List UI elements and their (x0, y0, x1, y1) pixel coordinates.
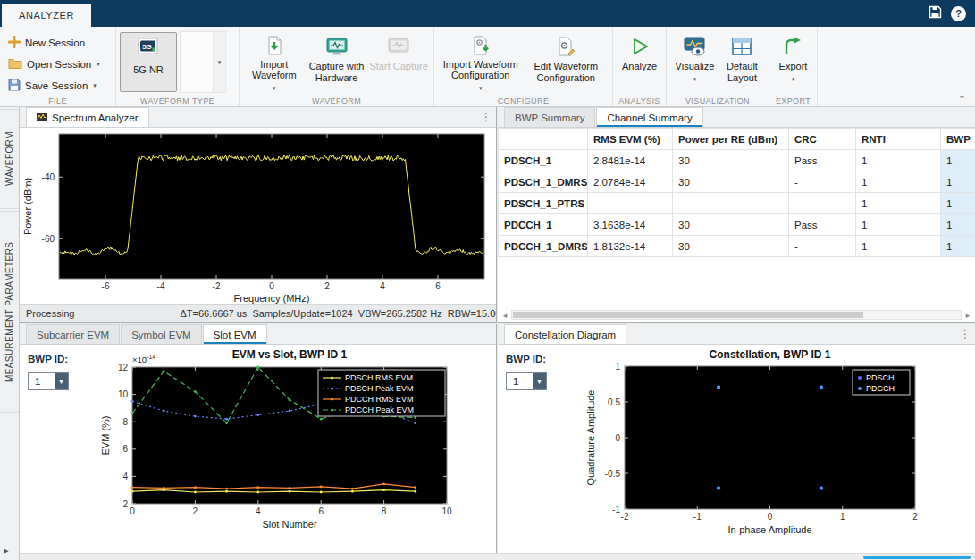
evm-chart[interactable]: BWP ID: 1 ▼ 024681024681012EVM vs Slot, … (20, 345, 496, 553)
summary-value-cell[interactable]: 1 (941, 193, 975, 214)
collapsed-panel-measurement-parameters[interactable]: MEASUREMENT PARAMETERS (0, 211, 19, 413)
summary-value-cell[interactable]: - (789, 171, 856, 193)
summary-value-cell[interactable]: 1 (856, 236, 941, 257)
constellation-chart[interactable]: BWP ID: 1 ▼ -2-1012-1-0.500.51Constellat… (498, 345, 975, 553)
app-horizontal-scrollbar[interactable] (20, 553, 975, 560)
constellation-y-tick-label: 0 (615, 433, 620, 443)
waveform-type-5g-nr-button[interactable]: 5G 5G NR (120, 32, 177, 92)
summary-value-cell[interactable]: 1 (856, 193, 941, 214)
left-dock-rail: WAVEFORM MEASUREMENT PARAMETERS ▸ (0, 107, 20, 560)
open-session-label: Open Session (27, 59, 91, 70)
summary-value-cell[interactable]: - (789, 236, 856, 257)
chevron-down-icon: ▾ (693, 74, 697, 86)
constellation-legend-label: PDCCH (866, 384, 895, 393)
capture-with-hardware-button[interactable]: Capture with Hardware (306, 31, 368, 94)
analyze-button[interactable]: Analyze (617, 31, 662, 94)
summary-value-cell[interactable]: - (673, 193, 789, 214)
restore-panel-icon[interactable]: ▸ (4, 545, 9, 556)
spectrum-plot-area[interactable] (59, 134, 484, 279)
section-label-visualization: VISUALIZATION (667, 96, 769, 105)
panel-menu-icon[interactable]: ⋮ (960, 328, 971, 340)
scrollbar-thumb[interactable] (863, 556, 971, 559)
collapsed-panel-waveform[interactable]: WAVEFORM (0, 109, 19, 209)
summary-value-cell[interactable]: 2.0784e-14 (588, 171, 673, 193)
edit-configuration-icon (555, 33, 576, 60)
help-icon[interactable]: ? (951, 6, 966, 21)
summary-value-cell[interactable]: 3.1638e-14 (588, 214, 673, 236)
table-row[interactable]: PDSCH_12.8481e-1430Pass11 (499, 150, 975, 171)
plus-icon (8, 36, 21, 50)
folder-open-icon (8, 57, 22, 71)
channel-name-cell[interactable]: PDSCH_1 (499, 150, 588, 171)
section-label-waveform-type: WAVEFORM TYPE (116, 96, 239, 105)
tab-label: Constellation Diagram (515, 330, 616, 340)
waveform-analyzer-app: ANALYZER ? New Session Open Session ▾ (0, 0, 975, 560)
channel-name-cell[interactable]: PDCCH_1 (499, 214, 588, 236)
save-session-button[interactable]: Save Session ▾ (8, 78, 100, 93)
tab-spectrum-analyzer[interactable]: Spectrum Analyzer (26, 107, 149, 127)
summary-value-cell[interactable]: 1 (856, 214, 941, 236)
evm-x-tick-label: 4 (256, 506, 261, 516)
summary-value-cell[interactable]: - (588, 193, 673, 214)
evm-tab-slot-evm[interactable]: Slot EVM (203, 324, 267, 344)
import-waveform-button[interactable]: Import Waveform ▾ (243, 31, 306, 94)
summary-value-cell[interactable]: 1 (941, 171, 975, 193)
table-row[interactable]: PDCCH_13.1638e-1430Pass11 (499, 214, 975, 236)
scroll-left-icon[interactable]: ◂ (500, 311, 509, 320)
section-label-file: FILE (0, 96, 115, 105)
summary-value-cell[interactable]: 30 (673, 236, 789, 257)
table-row[interactable]: PDSCH_1_PTRS---11 (499, 193, 975, 214)
table-horizontal-scrollbar[interactable]: ◂ ▸ (500, 309, 972, 321)
spectrum-chart[interactable]: -6-4-20246-40-60Frequency (MHz)Power (dB… (20, 128, 496, 304)
start-capture-icon (387, 33, 410, 60)
summary-value-cell[interactable]: 1 (856, 171, 941, 193)
evm-bwp-dropdown[interactable]: 1 ▼ (28, 372, 69, 390)
summary-value-cell[interactable]: 1 (941, 150, 975, 171)
export-button[interactable]: Export ▾ (773, 31, 813, 94)
summary-value-cell[interactable]: 30 (673, 214, 789, 236)
constellation-bwp-dropdown[interactable]: 1 ▼ (506, 372, 547, 390)
measurement-parameters-rail-label: MEASUREMENT PARAMETERS (4, 241, 14, 381)
open-session-button[interactable]: Open Session ▾ (8, 56, 100, 71)
scroll-right-icon[interactable]: ▸ (963, 311, 972, 320)
summary-value-cell[interactable]: 1 (856, 150, 941, 171)
tab-constellation-diagram[interactable]: Constellation Diagram (504, 324, 626, 344)
panel-menu-icon[interactable]: ⋮ (481, 111, 492, 123)
visualize-button[interactable]: Visualize ▾ (670, 31, 719, 94)
summary-column-header: RMS EVM (%) (588, 129, 673, 150)
summary-value-cell[interactable]: 30 (673, 171, 789, 193)
scrollbar-thumb[interactable] (513, 312, 863, 318)
channel-name-cell[interactable]: PDCCH_1_DMRS (499, 236, 588, 257)
edit-waveform-configuration-button[interactable]: Edit Waveform Configuration (524, 31, 609, 94)
summary-value-cell[interactable]: 1 (941, 214, 975, 236)
summary-value-cell[interactable]: 30 (673, 150, 789, 171)
summary-value-cell[interactable]: 1.8132e-14 (588, 236, 673, 257)
scrollbar-track[interactable] (511, 310, 962, 320)
constellation-x-tick-label: -2 (621, 512, 629, 522)
export-label: Export (779, 61, 808, 72)
default-layout-button[interactable]: Default Layout (719, 31, 765, 94)
tab-analyzer[interactable]: ANALYZER (2, 4, 91, 27)
waveform-type-gallery-dropdown[interactable]: ▾ (214, 31, 226, 93)
analyze-label: Analyze (622, 61, 657, 72)
summary-tab-channel-summary[interactable]: Channel Summary (596, 107, 702, 127)
evm-y-tick-label: 4 (122, 472, 128, 481)
channel-name-cell[interactable]: PDSCH_1_DMRS (499, 171, 588, 193)
new-session-button[interactable]: New Session (8, 35, 100, 50)
collapse-ribbon-icon[interactable]: ⌃ (958, 95, 966, 104)
table-row[interactable]: PDCCH_1_DMRS1.8132e-1430-11 (499, 236, 975, 257)
summary-value-cell[interactable]: 2.8481e-14 (588, 150, 673, 171)
summary-value-cell[interactable]: Pass (789, 214, 856, 236)
evm-tab-symbol-evm[interactable]: Symbol EVM (121, 324, 201, 344)
summary-tab-bwp-summary[interactable]: BWP Summary (504, 107, 595, 127)
save-icon[interactable] (929, 5, 942, 21)
channel-name-cell[interactable]: PDSCH_1_PTRS (499, 193, 588, 214)
summary-value-cell[interactable]: 1 (941, 236, 975, 257)
summary-value-cell[interactable]: Pass (789, 150, 856, 171)
summary-value-cell[interactable]: - (789, 193, 856, 214)
table-row[interactable]: PDSCH_1_DMRS2.0784e-1430-11 (499, 171, 975, 193)
evm-tab-subcarrier-evm[interactable]: Subcarrier EVM (26, 324, 120, 344)
5g-nr-icon: 5G (135, 36, 162, 63)
import-waveform-configuration-button[interactable]: Import Waveform Configuration ▾ (438, 31, 524, 94)
evm-tab-label: Slot EVM (214, 330, 256, 340)
